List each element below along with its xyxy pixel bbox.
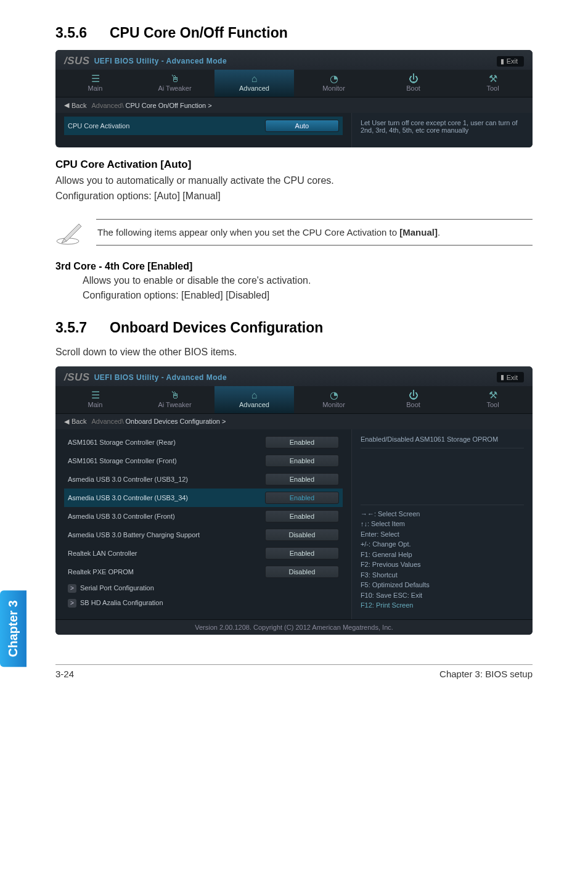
sub-option-heading: 3rd Core - 4th Core [Enabled] — [55, 261, 533, 272]
option-config: Configuration options: [Auto] [Manual] — [55, 189, 533, 203]
exit-button[interactable]: ▮ Exit — [497, 372, 524, 382]
setting-nav-row[interactable]: >SB HD Azalia Configuration — [64, 596, 343, 611]
section-heading-2: 3.5.7Onboard Devices Configuration — [55, 320, 533, 336]
setting-row[interactable]: ASM1061 Storage Controller (Rear)Enabled — [64, 433, 343, 452]
help-keys: →←: Select Screen↑↓: Select ItemEnter: S… — [361, 505, 524, 611]
bios-brand: /SUS UEFI BIOS Utility - Advanced Mode — [64, 55, 227, 67]
setting-label: ASM1061 Storage Controller (Front) — [68, 457, 177, 464]
breadcrumb-text: Advanced\ Onboard Devices Configuration … — [91, 418, 226, 425]
setting-label: Serial Port Configuration — [80, 584, 154, 592]
help-text: Let User turn off core except core 1, us… — [361, 119, 524, 139]
tab-advanced[interactable]: ⌂Advanced — [214, 70, 294, 97]
chevron-right-icon: > — [68, 584, 76, 593]
help-text: Enabled/Disabled ASM1061 Storage OPROM — [361, 435, 524, 448]
list-icon: ☰ — [55, 73, 135, 85]
gauge-icon: ◔ — [294, 73, 374, 85]
help-key-line: F2: Previous Values — [361, 559, 524, 570]
tab-tool[interactable]: ⚒Tool — [453, 386, 533, 413]
back-button[interactable]: ◀Back — [64, 418, 86, 426]
setting-label: Asmedia USB 3.0 Battery Charging Support — [68, 531, 200, 538]
setting-nav-row[interactable]: >Serial Port Configuration — [64, 581, 343, 596]
note-text: The following items appear only when you… — [96, 219, 533, 245]
back-button[interactable]: ◀Back — [64, 101, 86, 109]
setting-row[interactable]: Asmedia USB 3.0 Battery Charging Support… — [64, 526, 343, 544]
section-number: 3.5.6 — [55, 25, 110, 41]
tab-monitor[interactable]: ◔Monitor — [294, 386, 374, 413]
setting-label: CPU Core Activation — [68, 122, 129, 130]
breadcrumb-text: Advanced\ CPU Core On/Off Function > — [91, 102, 211, 109]
tab-monitor[interactable]: ◔Monitor — [294, 70, 374, 97]
back-arrow-icon: ◀ — [64, 101, 69, 109]
section-title-text: CPU Core On/Off Function — [110, 25, 288, 41]
bios-tabs: ☰Main 🖱Ai Tweaker ⌂Advanced ◔Monitor ⏻Bo… — [55, 70, 533, 97]
setting-row[interactable]: ASM1061 Storage Controller (Front)Enable… — [64, 452, 343, 470]
page-number: 3-24 — [55, 669, 74, 679]
tab-ai-tweaker[interactable]: 🖱Ai Tweaker — [135, 70, 214, 97]
setting-cpu-core-activation[interactable]: CPU Core Activation Auto — [64, 117, 343, 135]
help-key-line: F3: Shortcut — [361, 570, 524, 580]
mouse-icon: 🖱 — [135, 390, 214, 401]
help-key-line: F10: Save ESC: Exit — [361, 590, 524, 601]
bios-tabs: ☰Main 🖱Ai Tweaker ⌂Advanced ◔Monitor ⏻Bo… — [55, 386, 533, 414]
help-key-line: +/-: Change Opt. — [361, 539, 524, 550]
setting-label: SB HD Azalia Configuration — [80, 599, 163, 606]
help-key-line: →←: Select Screen — [361, 509, 524, 519]
option-heading: CPU Core Activation [Auto] — [55, 159, 533, 171]
section-title-text: Onboard Devices Configuration — [110, 320, 323, 336]
note-pencil-icon — [55, 217, 84, 247]
setting-row[interactable]: Realtek LAN ControllerEnabled — [64, 544, 343, 563]
mouse-icon: 🖱 — [135, 73, 214, 85]
setting-label: Asmedia USB 3.0 Controller (USB3_34) — [68, 494, 188, 501]
setting-label: Asmedia USB 3.0 Controller (Front) — [68, 513, 175, 520]
setting-value[interactable]: Enabled — [265, 436, 339, 448]
setting-value[interactable]: Disabled — [265, 566, 339, 578]
setting-value[interactable]: Enabled — [265, 492, 339, 504]
bios-screenshot-1: /SUS UEFI BIOS Utility - Advanced Mode ▮… — [55, 50, 533, 147]
setting-value[interactable]: Enabled — [265, 547, 339, 559]
setting-row[interactable]: Asmedia USB 3.0 Controller (USB3_12)Enab… — [64, 470, 343, 489]
setting-row[interactable]: Asmedia USB 3.0 Controller (USB3_34)Enab… — [64, 489, 343, 507]
setting-row[interactable]: Realtek PXE OPROMDisabled — [64, 563, 343, 581]
chip-icon: ⌂ — [214, 390, 294, 401]
exit-icon: ▮ — [500, 57, 504, 65]
help-key-print: F12: Print Screen — [361, 600, 524, 611]
setting-row[interactable]: Asmedia USB 3.0 Controller (Front)Enable… — [64, 507, 343, 526]
chapter-tab: Chapter 3 — [0, 590, 27, 667]
bios-brand: /SUS UEFI BIOS Utility - Advanced Mode — [64, 371, 227, 384]
bios-breadcrumb: ◀Back Advanced\ Onboard Devices Configur… — [55, 414, 533, 429]
setting-label: Realtek PXE OPROM — [68, 568, 134, 576]
bios-breadcrumb: ◀Back Advanced\ CPU Core On/Off Function… — [55, 97, 533, 113]
setting-label: Asmedia USB 3.0 Controller (USB3_12) — [68, 476, 188, 483]
sub-option-body: Allows you to enable or disable the core… — [83, 273, 533, 302]
tool-icon: ⚒ — [453, 73, 533, 85]
option-desc: Allows you to automatically or manually … — [55, 173, 533, 188]
setting-value[interactable]: Enabled — [265, 455, 339, 467]
exit-button[interactable]: ▮ Exit — [497, 56, 524, 67]
list-icon: ☰ — [55, 390, 135, 401]
tab-boot[interactable]: ⏻Boot — [374, 386, 453, 413]
bios-header: /SUS UEFI BIOS Utility - Advanced Mode ▮… — [55, 366, 533, 386]
power-icon: ⏻ — [374, 73, 453, 85]
tab-advanced[interactable]: ⌂Advanced — [214, 386, 294, 413]
setting-value[interactable]: Disabled — [265, 529, 339, 541]
asus-logo: /SUS — [64, 371, 90, 384]
section-heading-1: 3.5.6CPU Core On/Off Function — [55, 25, 533, 41]
help-key-line: F1: General Help — [361, 550, 524, 560]
setting-value[interactable]: Auto — [265, 120, 339, 132]
tab-ai-tweaker[interactable]: 🖱Ai Tweaker — [135, 386, 214, 413]
tab-main[interactable]: ☰Main — [55, 70, 135, 97]
tab-boot[interactable]: ⏻Boot — [374, 70, 453, 97]
bios-header: /SUS UEFI BIOS Utility - Advanced Mode ▮… — [55, 50, 533, 70]
tool-icon: ⚒ — [453, 390, 533, 401]
note-callout: The following items appear only when you… — [55, 217, 533, 247]
setting-label: Realtek LAN Controller — [68, 550, 137, 557]
setting-value[interactable]: Enabled — [265, 473, 339, 485]
page-footer: 3-24 Chapter 3: BIOS setup — [55, 664, 533, 679]
bios-screenshot-2: /SUS UEFI BIOS Utility - Advanced Mode ▮… — [55, 366, 533, 635]
chip-icon: ⌂ — [214, 73, 294, 85]
tab-main[interactable]: ☰Main — [55, 386, 135, 413]
tab-tool[interactable]: ⚒Tool — [453, 70, 533, 97]
footer-chapter: Chapter 3: BIOS setup — [439, 669, 533, 679]
setting-value[interactable]: Enabled — [265, 510, 339, 522]
bios-version-footer: Version 2.00.1208. Copyright (C) 2012 Am… — [55, 619, 533, 635]
